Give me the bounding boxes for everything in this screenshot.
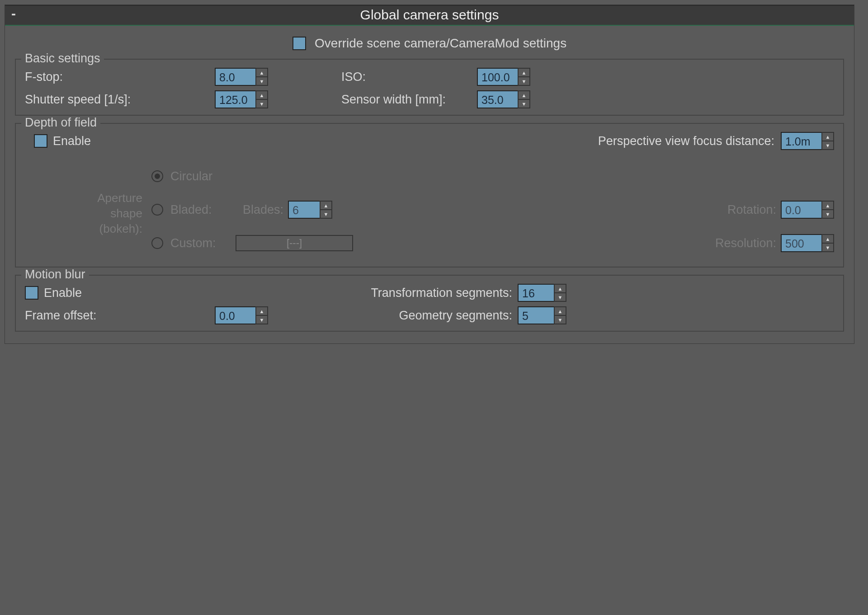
rotation-value[interactable]: 0.0: [781, 201, 821, 219]
focus-distance-spinner[interactable]: 1.0m ▲ ▼: [781, 132, 834, 150]
geometry-segments-value[interactable]: 5: [518, 306, 554, 324]
dof-enable-label: Enable: [53, 134, 91, 148]
dof-legend: Depth of field: [21, 116, 100, 130]
spinner-down-icon[interactable]: ▼: [821, 210, 834, 219]
sensor-spinner[interactable]: 35.0 ▲ ▼: [477, 90, 576, 108]
transform-segments-label: Transformation segments:: [314, 286, 518, 300]
fstop-value[interactable]: 8.0: [215, 68, 255, 86]
spinner-down-icon[interactable]: ▼: [320, 210, 332, 219]
spinner-down-icon[interactable]: ▼: [255, 315, 268, 324]
spinner-up-icon[interactable]: ▲: [255, 306, 268, 315]
spinner-up-icon[interactable]: ▲: [255, 90, 268, 99]
depth-of-field-fieldset: Depth of field Enable Perspective view f…: [15, 123, 844, 268]
spinner-up-icon[interactable]: ▲: [518, 68, 530, 77]
resolution-value[interactable]: 500: [781, 234, 821, 252]
aperture-custom-radio[interactable]: [151, 237, 163, 249]
override-label: Override scene camera/CameraMod settings: [315, 36, 566, 50]
basic-settings-legend: Basic settings: [21, 52, 104, 66]
geometry-segments-label: Geometry segments:: [314, 309, 518, 323]
spinner-down-icon[interactable]: ▼: [821, 243, 834, 252]
panel-title-bar[interactable]: - Global camera settings: [5, 5, 854, 26]
spinner-up-icon[interactable]: ▲: [821, 132, 834, 141]
spinner-down-icon[interactable]: ▼: [255, 99, 268, 108]
rotation-spinner[interactable]: 0.0 ▲ ▼: [781, 201, 834, 219]
aperture-bladed-radio[interactable]: [151, 204, 163, 216]
iso-value[interactable]: 100.0: [477, 68, 518, 86]
transform-segments-spinner[interactable]: 16 ▲ ▼: [518, 284, 590, 302]
iso-label: ISO:: [314, 70, 477, 84]
collapse-icon[interactable]: -: [11, 6, 16, 21]
sensor-value[interactable]: 35.0: [477, 90, 518, 108]
spinner-down-icon[interactable]: ▼: [821, 141, 834, 150]
motion-blur-fieldset: Motion blur Enable Transformation segmen…: [15, 275, 844, 332]
geometry-segments-spinner[interactable]: 5 ▲ ▼: [518, 306, 590, 324]
aperture-custom-label: Custom:: [170, 236, 229, 250]
aperture-shape-label: Aperture shape (bokeh):: [25, 164, 151, 256]
shutter-value[interactable]: 125.0: [215, 90, 255, 108]
focus-distance-label: Perspective view focus distance:: [598, 134, 774, 148]
rotation-label: Rotation:: [727, 203, 776, 217]
spinner-up-icon[interactable]: ▲: [821, 201, 834, 210]
panel-title: Global camera settings: [360, 7, 499, 22]
mb-enable-label: Enable: [44, 286, 82, 300]
fstop-spinner[interactable]: 8.0 ▲ ▼: [215, 68, 314, 86]
spinner-up-icon[interactable]: ▲: [554, 306, 566, 315]
spinner-down-icon[interactable]: ▼: [518, 77, 530, 86]
basic-settings-fieldset: Basic settings F-stop: 8.0 ▲ ▼ ISO: 100.…: [15, 59, 844, 116]
aperture-circular-label: Circular: [170, 169, 229, 183]
aperture-bladed-label: Bladed:: [170, 203, 229, 217]
blades-label: Blades:: [243, 203, 283, 217]
spinner-down-icon[interactable]: ▼: [554, 315, 566, 324]
override-checkbox[interactable]: [292, 37, 306, 50]
dof-enable-checkbox[interactable]: [34, 134, 47, 148]
aperture-circular-radio[interactable]: [151, 170, 163, 182]
transform-segments-value[interactable]: 16: [518, 284, 554, 302]
custom-aperture-file-button[interactable]: [---]: [236, 235, 353, 251]
blades-spinner[interactable]: 6 ▲ ▼: [288, 201, 332, 219]
motion-blur-legend: Motion blur: [21, 268, 89, 282]
blades-value[interactable]: 6: [288, 201, 320, 219]
global-camera-settings-panel: - Global camera settings Override scene …: [5, 5, 854, 344]
resolution-label: Resolution:: [715, 236, 776, 250]
override-row: Override scene camera/CameraMod settings: [5, 32, 854, 59]
spinner-down-icon[interactable]: ▼: [255, 77, 268, 86]
spinner-up-icon[interactable]: ▲: [554, 284, 566, 293]
spinner-up-icon[interactable]: ▲: [255, 68, 268, 77]
focus-distance-value[interactable]: 1.0m: [781, 132, 821, 150]
fstop-label: F-stop:: [25, 70, 215, 84]
spinner-up-icon[interactable]: ▲: [821, 234, 834, 243]
frame-offset-label: Frame offset:: [25, 309, 215, 323]
iso-spinner[interactable]: 100.0 ▲ ▼: [477, 68, 576, 86]
shutter-spinner[interactable]: 125.0 ▲ ▼: [215, 90, 314, 108]
frame-offset-value[interactable]: 0.0: [215, 306, 255, 324]
shutter-label: Shutter speed [1/s]:: [25, 93, 215, 107]
spinner-down-icon[interactable]: ▼: [554, 293, 566, 302]
sensor-label: Sensor width [mm]:: [314, 93, 477, 107]
spinner-up-icon[interactable]: ▲: [320, 201, 332, 210]
resolution-spinner[interactable]: 500 ▲ ▼: [781, 234, 834, 252]
mb-enable-checkbox[interactable]: [25, 286, 38, 300]
frame-offset-spinner[interactable]: 0.0 ▲ ▼: [215, 306, 314, 324]
spinner-up-icon[interactable]: ▲: [518, 90, 530, 99]
spinner-down-icon[interactable]: ▼: [518, 99, 530, 108]
